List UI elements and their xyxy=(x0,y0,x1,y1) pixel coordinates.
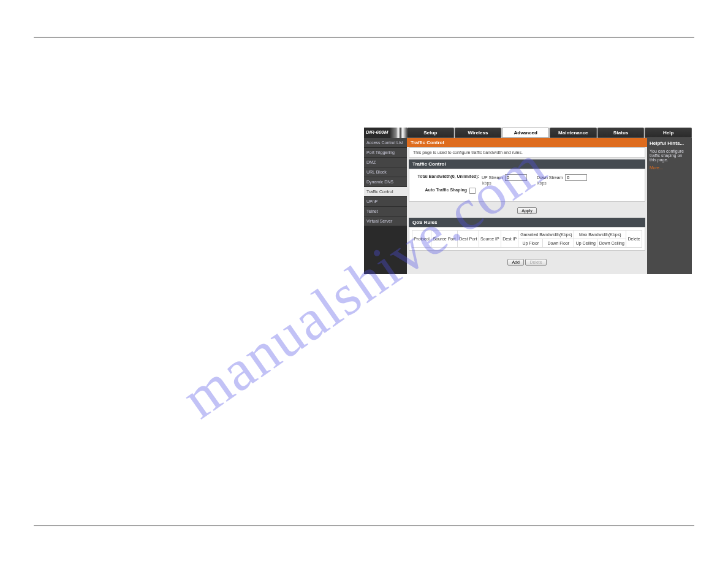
down-stream-input[interactable] xyxy=(565,174,587,181)
sidebar-item-acl[interactable]: Access Control List xyxy=(364,138,407,148)
qos-rules-header: QoS Rules xyxy=(409,218,645,227)
page-description: This page is used to configure traffic b… xyxy=(409,147,645,158)
up-stream-input[interactable] xyxy=(505,174,527,181)
page-top-rule xyxy=(34,37,694,37)
sidebar-item-ddns[interactable]: Dynamic DNS xyxy=(364,177,407,187)
auto-shaping-row: Auto Traffic Shaping xyxy=(414,188,640,194)
device-brand: DIR-600M xyxy=(364,128,407,138)
body-row: Access Control List Port Triggering DMZ … xyxy=(364,138,692,274)
tab-maintenance[interactable]: Maintenance xyxy=(550,128,597,138)
sidebar-item-dmz[interactable]: DMZ xyxy=(364,158,407,167)
total-bandwidth-label: Total Bandwidth(0, Unlimited): xyxy=(414,174,482,178)
sidebar-item-traffic-control[interactable]: Traffic Control xyxy=(364,187,407,197)
col-guaranteed: Garanted Bandwidth(Kbps) xyxy=(518,231,574,239)
tab-setup[interactable]: Setup xyxy=(407,128,454,138)
table-buttons-row: Add Delete xyxy=(407,253,647,274)
tab-wireless[interactable]: Wireless xyxy=(455,128,502,138)
top-bar: DIR-600M Setup Wireless Advanced Mainten… xyxy=(364,128,692,138)
col-dst-port: Dest Port xyxy=(457,231,479,248)
sidebar-item-upnp[interactable]: UPnP xyxy=(364,197,407,207)
router-admin-panel: DIR-600M Setup Wireless Advanced Mainten… xyxy=(364,128,692,274)
add-button[interactable]: Add xyxy=(507,259,523,266)
hints-body: You can configure traffic shaping on thi… xyxy=(650,149,689,162)
traffic-control-header: Traffic Control xyxy=(409,159,645,169)
hints-panel: Helpful Hints... You can configure traff… xyxy=(647,138,692,274)
down-stream-label: Down Stream xyxy=(537,175,563,180)
tab-help[interactable]: Help xyxy=(645,128,692,138)
col-delete: Delete xyxy=(626,231,642,248)
col-src-ip: Source IP xyxy=(479,231,501,248)
page-title: Traffic Control xyxy=(407,138,647,147)
main-content: Traffic Control This page is used to con… xyxy=(407,138,647,274)
col-protocol: Protocol xyxy=(412,231,431,248)
qos-rules-body: Protocol Source Port Dest Port Source IP… xyxy=(409,227,645,251)
up-stream-label: UP Stream xyxy=(482,175,502,180)
auto-shaping-checkbox[interactable] xyxy=(469,188,476,194)
sidebar-item-url-block[interactable]: URL Block xyxy=(364,167,407,177)
main-tabs: Setup Wireless Advanced Maintenance Stat… xyxy=(407,128,692,138)
apply-button[interactable]: Apply xyxy=(517,207,537,214)
more-link[interactable]: More... xyxy=(650,166,689,170)
sidebar-item-telnet[interactable]: Telnet xyxy=(364,207,407,216)
col-up-floor: Up Floor xyxy=(518,239,543,248)
col-max: Max Bandwidth(Kbps) xyxy=(574,231,626,239)
auto-shaping-label: Auto Traffic Shaping xyxy=(414,188,469,192)
col-dst-ip: Dest IP xyxy=(501,231,518,248)
traffic-control-body: Total Bandwidth(0, Unlimited): UP Stream… xyxy=(409,169,645,202)
sidebar-item-port-triggering[interactable]: Port Triggering xyxy=(364,148,407,158)
col-up-ceiling: Up Ceiling xyxy=(574,239,597,248)
col-down-floor: Down Floor xyxy=(543,239,574,248)
hints-title: Helpful Hints... xyxy=(650,140,689,146)
delete-button[interactable]: Delete xyxy=(525,259,546,266)
total-bandwidth-row: Total Bandwidth(0, Unlimited): UP Stream… xyxy=(414,174,640,185)
col-down-ceiling: Down Ceiling xyxy=(597,239,626,248)
tab-advanced[interactable]: Advanced xyxy=(502,128,549,138)
sidebar-item-virtual-server[interactable]: Virtual Server xyxy=(364,216,407,226)
left-sidebar: Access Control List Port Triggering DMZ … xyxy=(364,138,407,274)
down-unit: kbps xyxy=(537,181,547,185)
apply-row: Apply xyxy=(407,204,647,218)
col-src-port: Source Port xyxy=(431,231,458,248)
up-unit: kbps xyxy=(482,181,491,185)
page-bottom-rule xyxy=(34,526,694,526)
qos-table: Protocol Source Port Dest Port Source IP… xyxy=(412,230,642,248)
tab-status[interactable]: Status xyxy=(597,128,645,138)
